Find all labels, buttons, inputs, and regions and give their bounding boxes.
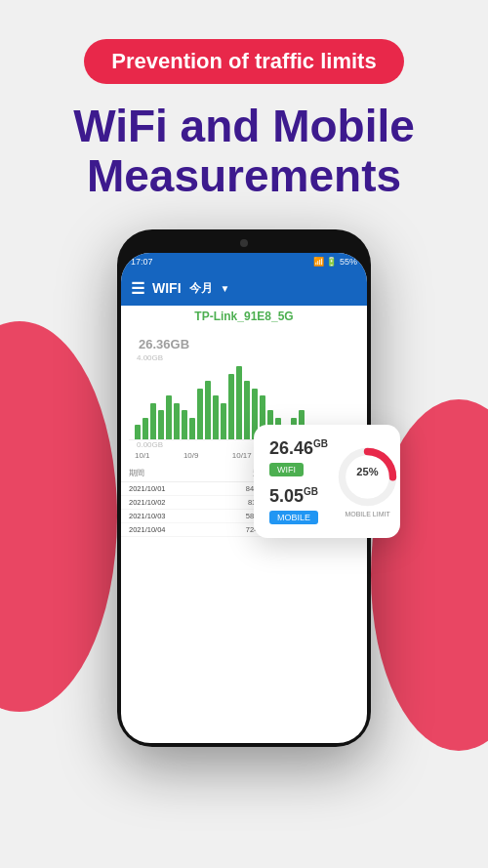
mobile-limit-label: MOBILE LIMIT [345,511,389,517]
status-time: 17:07 [131,257,153,267]
bar-item [189,418,195,440]
wifi-badge: WIFI [269,463,304,476]
bar-item [228,374,234,440]
mobile-badge: MOBILE [269,511,318,524]
circle-progress-container: 25% MOBILE LIMIT [336,445,399,517]
app-title: WIFI [152,280,182,296]
bar-item [236,366,242,439]
mobile-data-item: 5.05GB MOBILE [269,486,328,524]
phone-mockup-wrapper: 17:07 📶 🔋 55% ☰ WIFI 今月 ▼ TP-Link_91E8_5… [88,229,400,786]
bar-item [150,403,156,440]
bar-item [244,381,250,439]
mobile-label-text: MOBILE [277,513,310,522]
bar-item [135,425,141,439]
wifi-data-item: 26.46GB WIFI [269,438,328,476]
bar-item [182,410,187,439]
bar-item [158,410,164,439]
status-icons: 📶 🔋 55% [313,257,357,267]
row-date: 2021/10/03 [129,512,227,520]
wifi-number: 26.46 [269,438,313,458]
bar-item [213,395,219,439]
dropdown-icon[interactable]: ▼ [221,283,230,294]
grid-label-top: 4.00GB [129,353,359,362]
row-date: 2021/10/02 [129,498,227,507]
page-content: Prevention of traffic limits WiFi and Mo… [0,0,488,786]
menu-icon[interactable]: ☰ [131,279,144,298]
row-date: 2021/10/01 [129,484,227,493]
bar-item [166,395,172,439]
month-label: 今月 [189,280,213,297]
wifi-value: 26.46GB [269,438,328,459]
bar-item [142,418,148,440]
svg-text:25%: 25% [356,466,378,477]
x-label: 10/9 [183,451,199,460]
mobile-unit: GB [304,486,318,497]
network-name: TP-Link_91E8_5G [121,306,367,327]
phone-camera [240,239,248,247]
mobile-number: 5.05 [269,486,304,506]
traffic-limit-badge: Prevention of traffic limits [84,39,403,84]
badge-text: Prevention of traffic limits [111,49,376,73]
wifi-label-text: WIFI [277,465,296,475]
chart-total: 26.36GB [129,331,359,353]
x-label: 10/1 [135,451,150,460]
bar-item [205,381,211,439]
network-ssid: TP-Link_91E8_5G [194,310,293,323]
x-label: 10/17 [232,451,252,460]
col-header-date: 期間 [129,469,227,478]
main-heading: WiFi and Mobile Measurements [54,102,434,200]
card-inner: 26.46GB WIFI 5.05GB MOBILE [269,438,385,524]
total-unit: GB [171,337,190,351]
battery-percent: 55% [340,257,357,267]
heading-line2: Measurements [87,150,401,201]
card-data-section: 26.46GB WIFI 5.05GB MOBILE [269,438,328,524]
total-value: 26.36 [139,337,171,351]
app-bar: ☰ WIFI 今月 ▼ [121,270,367,306]
floating-stats-card: 26.46GB WIFI 5.05GB MOBILE [254,425,400,538]
circle-progress-svg: 25% [336,445,399,509]
bar-item [221,403,226,440]
heading-line1: WiFi and Mobile [73,101,415,151]
wifi-unit: GB [313,438,328,449]
bar-item [197,389,203,440]
bar-item [174,403,180,440]
status-bar: 17:07 📶 🔋 55% [121,253,367,270]
row-date: 2021/10/04 [129,525,227,534]
limit-label-text: MOBILE LIMIT [345,511,389,517]
mobile-value: 5.05GB [269,486,328,507]
